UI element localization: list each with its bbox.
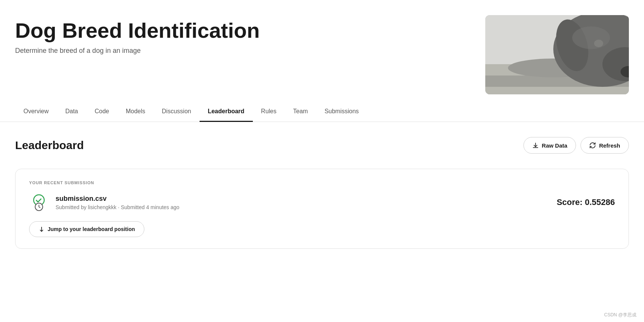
header-text: Dog Breed Identification Determine the b…	[15, 15, 485, 55]
svg-point-10	[572, 26, 610, 49]
submission-icon-svg	[29, 193, 49, 212]
submission-section-label: YOUR RECENT SUBMISSION	[29, 180, 615, 185]
competition-image	[485, 15, 629, 94]
main-content: Leaderboard Raw Data Refresh Y	[0, 122, 644, 264]
tab-submissions[interactable]: Submissions	[316, 102, 367, 122]
refresh-icon	[589, 142, 596, 149]
tab-leaderboard[interactable]: Leaderboard	[200, 102, 253, 122]
tab-data[interactable]: Data	[57, 102, 87, 122]
download-icon	[532, 142, 539, 149]
leaderboard-title: Leaderboard	[15, 139, 84, 152]
submission-info: submission.csv Submitted by lisichengkkk…	[29, 193, 615, 212]
refresh-label: Refresh	[599, 142, 620, 149]
tab-team[interactable]: Team	[285, 102, 316, 122]
raw-data-button[interactable]: Raw Data	[523, 137, 576, 154]
raw-data-label: Raw Data	[542, 142, 568, 149]
submission-card: YOUR RECENT SUBMISSION submission.csv Su…	[15, 169, 629, 249]
submission-filename: submission.csv	[56, 195, 180, 203]
jump-to-position-button[interactable]: Jump to your leaderboard position	[29, 221, 144, 237]
submission-score: Score: 0.55286	[557, 197, 615, 207]
tab-overview[interactable]: Overview	[15, 102, 57, 122]
submission-meta: Submitted by lisichengkkk · Submitted 4 …	[56, 204, 180, 210]
competition-subtitle: Determine the breed of a dog in an image	[15, 47, 485, 55]
submission-status-icon	[29, 193, 49, 212]
leaderboard-header: Leaderboard Raw Data Refresh	[15, 137, 629, 154]
dog-image-svg	[485, 15, 629, 94]
jump-button-label: Jump to your leaderboard position	[48, 226, 135, 232]
competition-title: Dog Breed Identification	[15, 19, 485, 42]
submission-details: submission.csv Submitted by lisichengkkk…	[56, 195, 180, 210]
header-actions: Raw Data Refresh	[523, 137, 629, 154]
tab-discussion[interactable]: Discussion	[153, 102, 199, 122]
arrow-down-icon	[39, 226, 45, 232]
tab-code[interactable]: Code	[86, 102, 117, 122]
tab-models[interactable]: Models	[118, 102, 154, 122]
tab-rules[interactable]: Rules	[253, 102, 285, 122]
header-section: Dog Breed Identification Determine the b…	[0, 0, 644, 102]
submission-left: submission.csv Submitted by lisichengkkk…	[29, 193, 180, 212]
watermark: CSDN @李思成	[604, 312, 636, 318]
refresh-button[interactable]: Refresh	[581, 137, 629, 154]
navigation-tabs: Overview Data Code Models Discussion Lea…	[0, 102, 644, 122]
